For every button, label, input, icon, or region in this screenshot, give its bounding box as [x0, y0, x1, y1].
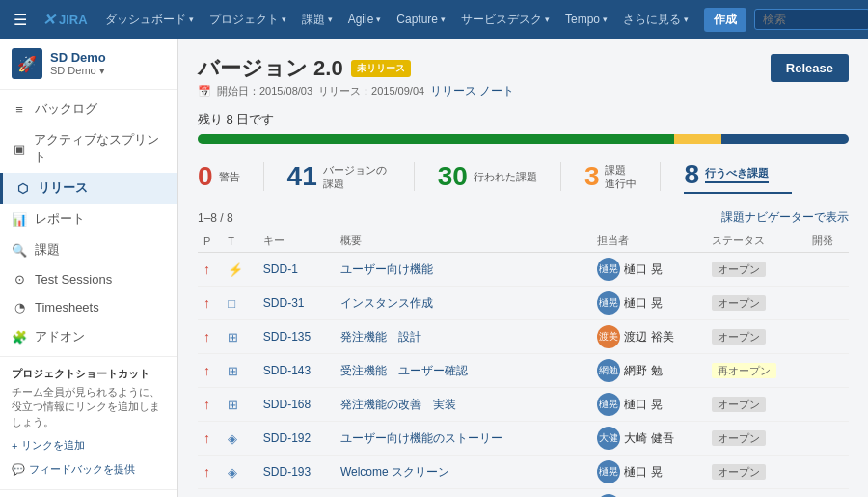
assignee-name: 網野 勉	[624, 363, 662, 379]
nav-agile[interactable]: Agile▾	[340, 0, 390, 39]
hamburger-icon[interactable]: ☰	[8, 11, 33, 29]
cell-key: SDD-206	[258, 489, 335, 498]
cell-priority: ↑	[198, 388, 222, 422]
sidebar-item-issues[interactable]: 🔍 課題	[0, 235, 177, 265]
sidebar-item-releases[interactable]: ⬡ リリース	[0, 173, 177, 204]
sidebar-item-addon[interactable]: 🧩 アドオン	[0, 321, 177, 352]
cell-key: SDD-31	[258, 287, 335, 320]
nav-capture[interactable]: Capture▾	[389, 0, 453, 39]
table-row[interactable]: ↑ ◈ SDD-193 Welcome スクリーン 樋晃 樋口 晃 オープン	[198, 456, 849, 489]
main-content: バージョン 2.0 未リリース 📅 開始日：2015/08/03 リリース：20…	[178, 39, 868, 497]
type-icon: ⊞	[228, 364, 238, 378]
issue-key-link[interactable]: SDD-168	[263, 398, 311, 411]
cell-summary: ユーザー向け機能のストーリー	[335, 422, 591, 456]
cell-dev	[806, 253, 849, 287]
cell-key: SDD-193	[258, 456, 335, 489]
issue-summary-link[interactable]: Welcome スクリーン	[340, 465, 449, 479]
table-row[interactable]: ↑ ⊞ SDD-143 受注機能 ユーザー確認 網勉 網野 勉 再オープン	[198, 354, 849, 388]
assignee-name: 樋口 晃	[624, 397, 662, 413]
sidebar-item-label: Test Sessions	[35, 272, 112, 287]
project-sub: SD Demo ▾	[50, 65, 166, 77]
nav-more[interactable]: さらに見る▾	[615, 0, 696, 39]
stat-inprogress: 3 課題進行中	[584, 161, 661, 192]
sidebar-item-test-sessions[interactable]: ⊙ Test Sessions	[0, 265, 177, 293]
stat-todo[interactable]: 8 行うべき課題	[684, 159, 792, 194]
feedback-link[interactable]: 💬 フィードバックを提供	[12, 459, 166, 480]
issue-key-link[interactable]: SDD-135	[263, 330, 311, 344]
sidebar-item-timesheets[interactable]: ◔ Timesheets	[0, 293, 177, 321]
sprint-icon: ▣	[12, 142, 26, 156]
cell-assignee: 大健 大崎 健吾	[591, 489, 706, 498]
issue-key-link[interactable]: SDD-143	[263, 364, 311, 377]
table-row[interactable]: ↑ ⊞ SDD-135 発注機能 設計 渡美 渡辺 裕美 オープン	[198, 320, 849, 354]
cell-type: ⊞	[222, 388, 258, 422]
cell-type: ⚡	[222, 253, 258, 287]
stat-divider-4	[660, 162, 661, 191]
release-notes-link[interactable]: リリース ノート	[430, 83, 514, 99]
search-input[interactable]	[754, 9, 868, 30]
sidebar-item-active-sprint[interactable]: ▣ アクティブなスプリント	[0, 124, 177, 173]
table-row[interactable]: ↑ ⚡ SDD-1 ユーザー向け機能 樋晃 樋口 晃 オープン	[198, 253, 849, 287]
cell-status: 再オープン	[706, 354, 805, 388]
nav-issue[interactable]: 課題▾	[294, 0, 340, 39]
release-button[interactable]: Release	[771, 54, 849, 82]
sidebar-item-reports[interactable]: 📊 レポート	[0, 204, 177, 235]
progress-todo	[721, 134, 849, 144]
type-icon: ⚡	[228, 262, 243, 277]
cell-status: オープン	[706, 320, 805, 354]
issue-summary-link[interactable]: ユーザー向け機能のストーリー	[340, 431, 502, 445]
col-type: T	[222, 230, 258, 253]
top-menu: ダッシュボード▾ プロジェクト▾ 課題▾ Agile▾ Capture▾ サービ…	[97, 0, 696, 39]
nav-project[interactable]: プロジェクト▾	[202, 0, 294, 39]
issue-key-link[interactable]: SDD-31	[263, 296, 305, 310]
table-row[interactable]: ↑ ◈ SDD-192 ユーザー向け機能のストーリー 大健 大崎 健吾 オープン	[198, 422, 849, 456]
status-badge: 再オープン	[712, 363, 776, 378]
table-row[interactable]: ↑ ⊞ SDD-168 発注機能の改善 実装 樋晃 樋口 晃 オープン	[198, 388, 849, 422]
issue-summary-link[interactable]: インスタンス作成	[340, 296, 433, 310]
nav-tempo[interactable]: Tempo▾	[557, 0, 615, 39]
nav-dashboard[interactable]: ダッシュボード▾	[97, 0, 202, 39]
cell-priority: ↑	[198, 287, 222, 320]
cell-priority: ↑	[198, 320, 222, 354]
jira-logo: ✕ JIRA	[35, 11, 95, 29]
cell-dev	[806, 354, 849, 388]
project-manage[interactable]: ⚙ プロジェクト管理	[0, 490, 177, 497]
col-dev: 開発	[806, 230, 849, 253]
stat-label-total: バージョンの課題	[323, 163, 391, 191]
assignee-name: 樋口 晃	[624, 464, 662, 481]
cell-assignee: 渡美 渡辺 裕美	[591, 320, 706, 354]
status-badge: オープン	[712, 329, 766, 345]
stat-done: 30 行われた課題	[438, 161, 560, 192]
cell-priority: ↑	[198, 422, 222, 456]
issue-summary-link[interactable]: 発注機能 設計	[340, 330, 421, 344]
cell-summary: 発注機能 設計	[335, 320, 591, 354]
sidebar-item-backlog[interactable]: ≡ バックログ	[0, 94, 177, 124]
issue-key-link[interactable]: SDD-193	[263, 465, 311, 479]
cell-dev	[806, 422, 849, 456]
sidebar-item-label: バックログ	[35, 100, 97, 118]
stat-number-inprogress: 3	[584, 161, 600, 192]
project-header[interactable]: 🚀 SD Demo SD Demo ▾	[0, 39, 177, 90]
version-title: バージョン 2.0 未リリース	[198, 54, 514, 83]
stat-divider-3	[560, 162, 561, 191]
issue-summary-link[interactable]: 発注機能の改善 実装	[340, 398, 456, 411]
issue-summary-link[interactable]: ユーザー向け機能	[340, 262, 433, 276]
issue-navigator-link[interactable]: 課題ナビゲーターで表示	[721, 209, 849, 226]
calendar-icon: 📅	[198, 85, 211, 97]
jira-logo-text: JIRA	[59, 13, 88, 27]
stat-divider-1	[263, 162, 264, 191]
cell-assignee: 網勉 網野 勉	[591, 354, 706, 388]
nav-servicedesk[interactable]: サービスデスク▾	[453, 0, 557, 39]
cell-status: オープン	[706, 287, 805, 320]
table-row[interactable]: ↑ □ SDD-31 インスタンス作成 樋晃 樋口 晃 オープン	[198, 287, 849, 320]
assignee-avatar: 網勉	[597, 359, 620, 382]
sidebar-item-label: 課題	[35, 241, 60, 259]
issue-summary-link[interactable]: 受注機能 ユーザー確認	[340, 364, 468, 377]
issue-key-link[interactable]: SDD-1	[263, 262, 298, 276]
main-layout: 🚀 SD Demo SD Demo ▾ ≡ バックログ ▣ アクティブなスプリン…	[0, 39, 868, 497]
add-link[interactable]: + リンクを追加	[12, 435, 166, 456]
create-button[interactable]: 作成	[704, 8, 746, 32]
assignee-avatar: 渡美	[597, 325, 620, 348]
issue-key-link[interactable]: SDD-192	[263, 431, 311, 445]
table-row[interactable]: ↑ ◈ SDD-206 ファイルアップロード機能のテスト 大健 大崎 健吾 オー…	[198, 489, 849, 498]
